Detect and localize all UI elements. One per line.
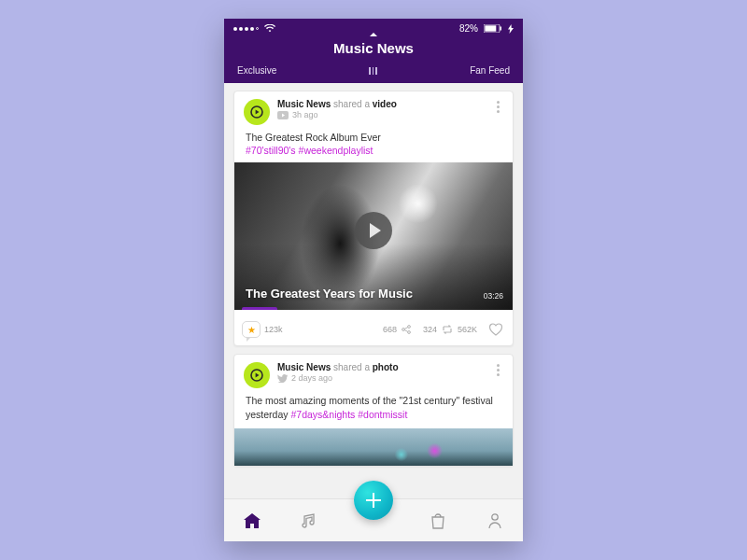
- post-body: The most amazing moments of the "21st ce…: [234, 392, 513, 426]
- repost-icon: [441, 325, 454, 334]
- post-card: Music News shared a photo 2 days ago The…: [233, 354, 514, 466]
- tab-divider-icon: [367, 67, 380, 75]
- fab-add-button[interactable]: [354, 481, 393, 520]
- svg-rect-1: [485, 25, 496, 31]
- post-time: 3h ago: [292, 110, 318, 119]
- more-button[interactable]: [493, 99, 503, 115]
- header-tabs: Exclusive Fan Feed: [224, 62, 523, 83]
- chevron-up-icon: [370, 33, 377, 36]
- post-card: Music News shared a video 3h ago The Gre…: [233, 91, 514, 346]
- tab-exclusive[interactable]: Exclusive: [237, 65, 276, 76]
- nav-music[interactable]: [298, 510, 320, 532]
- photo-thumbnail[interactable]: [234, 428, 513, 466]
- post-heading: Music News shared a video 3h ago: [277, 99, 486, 119]
- more-button[interactable]: [493, 362, 503, 378]
- signal-dots-icon: [233, 27, 259, 31]
- phone-frame: 82% Music News Exclusive Fan Feed: [224, 19, 523, 541]
- hashtags[interactable]: #7days&nights #dontmissit: [290, 409, 407, 420]
- video-duration: 03:26: [484, 291, 503, 301]
- video-thumbnail[interactable]: The Greatest Years for Music 03:26 154k: [234, 162, 513, 310]
- status-right: 82%: [459, 23, 514, 34]
- comment-button[interactable]: ★ 123k: [242, 321, 283, 338]
- post-body: The Greatest Rock Album Ever #70'still90…: [234, 129, 513, 162]
- bottom-nav: [224, 498, 523, 541]
- post-actions: ★ 123k 668 324 562K: [234, 310, 513, 345]
- battery-icon: [484, 24, 502, 33]
- play-logo-icon: [250, 369, 263, 382]
- battery-percent: 82%: [459, 23, 478, 34]
- svg-point-8: [408, 331, 411, 334]
- views-badge: 154k: [242, 307, 277, 310]
- svg-point-6: [402, 329, 405, 331]
- youtube-icon: [277, 111, 289, 119]
- hashtags[interactable]: #70'still90's #weekendplaylist: [246, 145, 374, 156]
- feed: Music News shared a video 3h ago The Gre…: [224, 83, 523, 498]
- post-time: 2 days ago: [291, 373, 332, 383]
- svg-rect-2: [500, 27, 502, 31]
- nav-profile[interactable]: [484, 510, 506, 532]
- post-author[interactable]: Music News: [277, 99, 331, 109]
- wifi-icon: [264, 24, 275, 33]
- repost-button[interactable]: 324 562K: [423, 325, 477, 334]
- nav-home[interactable]: [241, 510, 263, 532]
- tab-fanfeed[interactable]: Fan Feed: [470, 65, 510, 76]
- like-button[interactable]: [488, 323, 503, 336]
- svg-point-10: [492, 513, 498, 519]
- share-button[interactable]: 668: [383, 324, 412, 335]
- post-author[interactable]: Music News: [277, 362, 331, 372]
- heart-icon: [488, 323, 503, 336]
- avatar[interactable]: [244, 99, 270, 125]
- share-icon: [401, 324, 412, 335]
- status-left: [233, 24, 275, 33]
- app-header: 82% Music News Exclusive Fan Feed: [224, 19, 523, 83]
- nav-shop[interactable]: [427, 510, 449, 532]
- avatar[interactable]: [244, 362, 270, 388]
- post-heading: Music News shared a photo 2 days ago: [277, 362, 486, 383]
- video-title: The Greatest Years for Music: [246, 287, 466, 301]
- page-title: Music News: [224, 36, 523, 62]
- svg-point-7: [408, 326, 411, 329]
- play-button[interactable]: [355, 212, 392, 249]
- play-logo-icon: [250, 105, 263, 119]
- person-icon: [246, 310, 253, 311]
- twitter-icon: [277, 374, 288, 383]
- bolt-icon: [508, 24, 514, 34]
